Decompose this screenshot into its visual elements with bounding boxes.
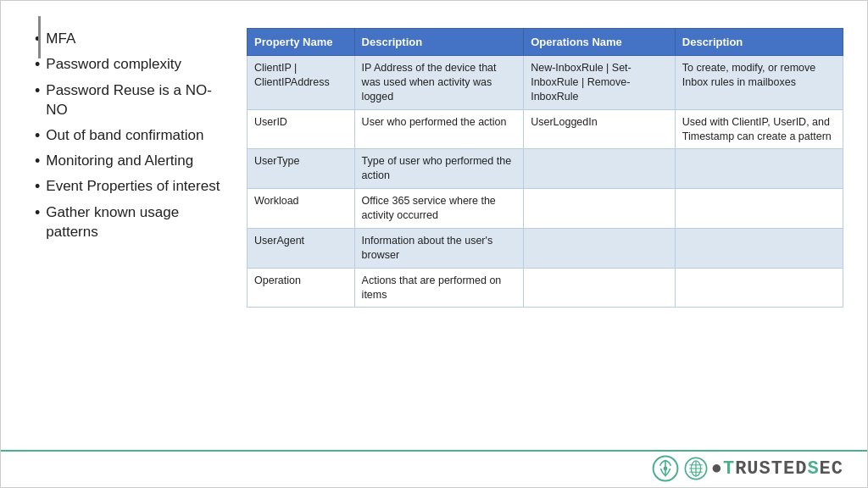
table-header-row: Property NameDescriptionOperations NameD… [248,29,843,56]
table-body: ClientIP | ClientIPAddressIP Address of … [248,56,843,308]
properties-table: Property NameDescriptionOperations NameD… [247,28,843,308]
table-cell: Office 365 service where the activity oc… [354,189,524,229]
table-cell: User who performed the action [354,109,524,149]
table-cell: Workload [248,189,355,229]
table-cell: UserAgent [248,228,355,268]
table-cell: Used with ClientIP, UserID, and Timestam… [675,109,843,149]
table-cell [524,149,676,189]
table-cell: IP Address of the device that was used w… [354,56,524,110]
bullet-item: Monitoring and Alerting [35,152,230,171]
table-header-cell: Description [354,29,524,56]
table-cell [675,149,843,189]
logo-text: ●TRUSTEDSEC [684,457,843,480]
table-header-cell: Property Name [248,29,355,56]
table-row: OperationActions that are performed on i… [248,268,843,308]
bullet-list: MFAPassword complexityPassword Reuse is … [35,30,230,242]
content-area: MFAPassword complexityPassword Reuse is … [1,21,868,446]
table-cell: To create, modify, or remove Inbox rules… [675,56,843,110]
title-area [1,1,868,21]
table-cell: Type of user who performed the action [354,149,524,189]
table-row: UserTypeType of user who performed the a… [248,149,843,189]
table-cell [675,189,843,229]
left-bar-decoration [38,16,41,58]
table-cell [675,228,843,268]
bullet-item: Event Properties of interest [35,177,230,197]
table-cell [524,268,676,308]
table-cell: Actions that are performed on items [354,268,524,308]
bullet-item: Gather known usage patterns [35,203,230,242]
svg-point-1 [663,467,667,471]
table-cell: Information about the user's browser [354,228,524,268]
table-cell [524,189,676,229]
table-cell [524,228,676,268]
table-header-cell: Operations Name [524,29,676,56]
trustedsec-logo-icon [652,455,679,482]
table-row: ClientIP | ClientIPAddressIP Address of … [248,56,843,110]
bullet-item: MFA [35,30,230,49]
right-column: Property NameDescriptionOperations NameD… [247,26,843,438]
bullet-item: Password complexity [35,55,230,75]
table-cell: Operation [248,268,355,308]
table-cell: New-InboxRule | Set-InboxRule | Remove-I… [524,56,676,110]
bullet-item: Out of band confirmation [35,126,230,146]
bullet-item: Password Reuse is a NO-NO [35,81,230,120]
table-row: UserIDUser who performed the actionUserL… [248,109,843,149]
table-cell: UserID [248,109,355,149]
trustedsec-logo: ●TRUSTEDSEC [652,455,843,482]
table-header-cell: Description [675,29,843,56]
footer: ●TRUSTEDSEC [1,450,868,488]
left-column: MFAPassword complexityPassword Reuse is … [35,26,230,438]
table-cell: UserType [248,149,355,189]
table-cell: ClientIP | ClientIPAddress [248,56,355,110]
table-row: WorkloadOffice 365 service where the act… [248,189,843,229]
slide: MFAPassword complexityPassword Reuse is … [1,1,868,488]
table-cell: UserLoggedIn [524,109,676,149]
table-row: UserAgentInformation about the user's br… [248,228,843,268]
table-cell [675,268,843,308]
